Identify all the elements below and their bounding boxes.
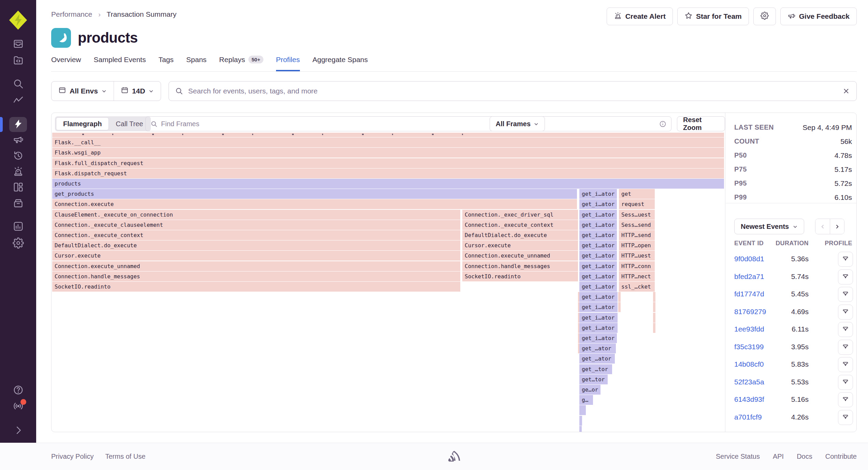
flame-frame-Sessuest[interactable]: Sess…uest xyxy=(619,210,655,220)
flame-frame-Flaskwsgi_app[interactable]: Flask.wsgi_app xyxy=(52,148,724,158)
flame-frame-Connectionhandle_messages[interactable]: Connection.handle_messages xyxy=(52,271,460,281)
all-frames-dropdown[interactable]: All Frames xyxy=(490,116,545,131)
flame-frame[interactable] xyxy=(579,416,582,426)
sidebar-item-gear[interactable] xyxy=(9,236,27,251)
flame-frame[interactable] xyxy=(653,292,655,302)
event-id-link[interactable]: 6143d93f xyxy=(734,395,764,403)
open-profile-button[interactable] xyxy=(838,287,853,302)
sidebar-item-megaphone[interactable] xyxy=(9,132,27,147)
sidebar-item-chevron-right[interactable] xyxy=(9,423,27,438)
create-alert-button[interactable]: Create Alert xyxy=(607,8,673,25)
flame-frame-ClauseElement_execute_on_connection[interactable]: ClauseElement._execute_on_connection xyxy=(52,210,460,220)
sidebar-item-trends[interactable] xyxy=(9,93,27,108)
flame-frame-get_iator[interactable]: get_i…ator xyxy=(579,240,617,250)
event-id-link[interactable]: f35c3199 xyxy=(734,343,764,351)
flame-frame-get_iator[interactable]: get_i…ator xyxy=(579,271,617,281)
event-id-link[interactable]: 81769279 xyxy=(734,308,766,316)
tab-sampled-events[interactable]: Sampled Events xyxy=(94,55,146,71)
event-id-link[interactable]: bfed2a71 xyxy=(734,273,764,281)
flame-frame-HTTPuest[interactable]: HTTP…uest xyxy=(619,251,655,261)
environment-selector[interactable]: All Envs xyxy=(52,82,114,101)
flame-frame[interactable] xyxy=(653,323,655,333)
flame-frame-products[interactable]: products xyxy=(52,179,724,189)
flame-frame-get_ator[interactable]: get_…ator xyxy=(579,343,616,353)
flame-frame-Connection_execute_clauseelement[interactable]: Connection._execute_clauseelement xyxy=(52,220,460,230)
sidebar-item-issues[interactable] xyxy=(9,37,27,52)
sidebar-item-search[interactable] xyxy=(9,77,27,92)
date-range-selector[interactable]: 14D xyxy=(114,82,161,101)
sidebar-item-help[interactable] xyxy=(9,383,27,398)
flamegraph-toggle[interactable]: Flamegraph xyxy=(56,117,109,130)
open-profile-button[interactable] xyxy=(838,340,853,355)
flame-frame-get_iator[interactable]: get_i…ator xyxy=(579,302,618,312)
flame-frame-get_iator[interactable]: get_i…ator xyxy=(579,199,617,209)
flame-frame[interactable] xyxy=(52,133,724,137)
footer-link-api[interactable]: API xyxy=(773,453,784,460)
flame-frame-Connection_exec_driver_sql[interactable]: Connection._exec_driver_sql xyxy=(462,210,578,220)
flame-frame-Connectionexecute[interactable]: Connection.execute xyxy=(52,199,577,209)
breadcrumb-section[interactable]: Performance xyxy=(51,10,92,18)
next-page-button[interactable] xyxy=(830,219,844,234)
flame-frame[interactable] xyxy=(618,302,621,312)
flame-frame-get_iator[interactable]: get_i…ator xyxy=(579,292,618,302)
flame-frame-ssl_cket[interactable]: ssl_…cket xyxy=(619,282,655,292)
tab-aggregate-spans[interactable]: Aggregate Spans xyxy=(313,55,368,71)
flame-frame-Cursorexecute[interactable]: Cursor.execute xyxy=(52,251,460,261)
tab-tags[interactable]: Tags xyxy=(158,55,173,71)
events-sort-dropdown[interactable]: Newest Events xyxy=(734,219,804,234)
open-profile-button[interactable] xyxy=(838,375,853,390)
flame-frame-Connectionhandle_messages[interactable]: Connection.handle_messages xyxy=(462,261,578,271)
open-profile-button[interactable] xyxy=(838,357,853,372)
flame-frame-get_iator[interactable]: get_i…ator xyxy=(579,220,617,230)
event-id-link[interactable]: a701fcf9 xyxy=(734,413,762,421)
sidebar-item-stats-chart[interactable] xyxy=(9,219,27,234)
flame-frame-get_iator[interactable]: get_i…ator xyxy=(579,230,617,240)
tab-spans[interactable]: Spans xyxy=(186,55,207,71)
flame-frame-Cursorexecute[interactable]: Cursor.execute xyxy=(462,240,578,250)
flame-frame-get_tor[interactable]: get_…tor xyxy=(579,364,612,374)
flame-frame-HTTPnect[interactable]: HTTP…nect xyxy=(619,271,655,281)
flame-frame-get_iator[interactable]: get_i…ator xyxy=(579,210,617,220)
flame-frame[interactable] xyxy=(579,426,582,432)
flame-frame-Sesssend[interactable]: Sess…send xyxy=(619,220,655,230)
open-profile-button[interactable] xyxy=(838,392,853,407)
event-id-link[interactable]: 9f0d08d1 xyxy=(734,255,764,263)
flame-frame-SocketIOreadinto[interactable]: SocketIO.readinto xyxy=(52,282,460,292)
flame-frame-geor[interactable]: ge…or xyxy=(579,385,601,395)
flame-frame-SocketIOreadinto[interactable]: SocketIO.readinto xyxy=(462,271,578,281)
sidebar-item-archive[interactable] xyxy=(9,196,27,211)
flame-frame-get_products[interactable]: get_products xyxy=(52,189,577,199)
footer-link-privacy-policy[interactable]: Privacy Policy xyxy=(51,453,93,460)
flame-frame-get_iator[interactable]: get_i…ator xyxy=(579,282,617,292)
flame-frame-DefaultDialectdo_execute[interactable]: DefaultDialect.do_execute xyxy=(462,230,578,240)
star-for-team-button[interactable]: Star for Team xyxy=(677,8,749,25)
flame-frame[interactable] xyxy=(579,405,586,415)
sentry-logo[interactable] xyxy=(8,10,29,31)
sidebar-item-broadcast[interactable] xyxy=(9,399,27,414)
tab-overview[interactable]: Overview xyxy=(51,55,81,71)
flame-frame-HTTPsend[interactable]: HTTP…send xyxy=(619,230,655,240)
flame-frame-get_iator[interactable]: get_i…ator xyxy=(579,313,618,323)
flame-frame[interactable] xyxy=(618,292,621,302)
flame-frame-Flaskfull_dispatch_request[interactable]: Flask.full_dispatch_request xyxy=(52,158,724,168)
give-feedback-button[interactable]: Give Feedback xyxy=(780,8,857,25)
reset-zoom-button[interactable]: Reset Zoom xyxy=(677,116,725,131)
open-profile-button[interactable] xyxy=(838,305,853,320)
flame-frame-Connectionexecute_unnamed[interactable]: Connection.execute_unnamed xyxy=(52,261,460,271)
event-id-link[interactable]: 14b08cf0 xyxy=(734,360,764,368)
flame-frame-request[interactable]: request xyxy=(619,199,655,209)
tab-profiles[interactable]: Profiles xyxy=(276,55,300,71)
find-frames-input[interactable] xyxy=(161,120,656,128)
event-id-link[interactable]: 1ee93fdd xyxy=(734,325,764,333)
flame-frame-Flaskdispatch_request[interactable]: Flask.dispatch_request xyxy=(52,168,724,178)
flame-frame[interactable] xyxy=(653,302,655,312)
sidebar-item-dashboards[interactable] xyxy=(9,180,27,195)
sidebar-item-lightning[interactable] xyxy=(9,117,27,132)
open-profile-button[interactable] xyxy=(838,322,853,337)
open-profile-button[interactable] xyxy=(838,410,853,425)
flame-frame[interactable] xyxy=(653,313,655,323)
flame-frame-get_iator[interactable]: get_i…ator xyxy=(579,333,617,343)
flame-frame-Connectionexecute_unnamed[interactable]: Connection.execute_unnamed xyxy=(462,251,578,261)
flame-frame-g[interactable]: g… xyxy=(579,395,593,405)
open-profile-button[interactable] xyxy=(838,252,853,267)
